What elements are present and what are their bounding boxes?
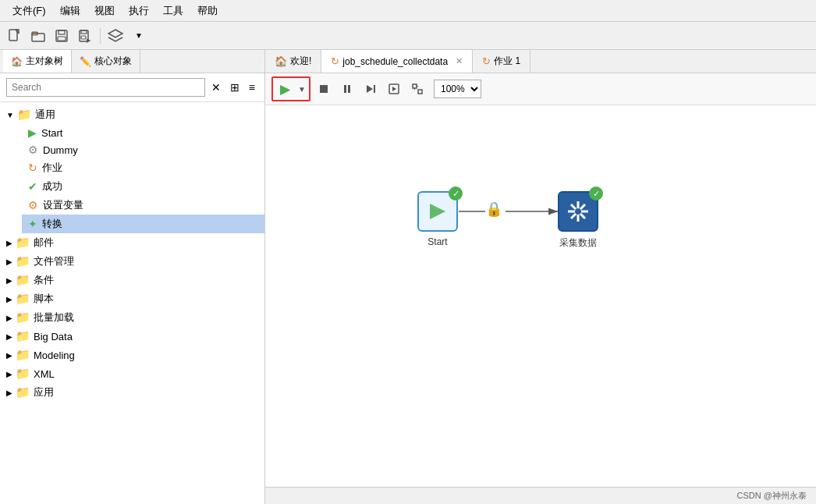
search-grid-button[interactable]: ⊞	[227, 80, 243, 95]
tree-item-start[interactable]: ▶ Start	[22, 124, 264, 141]
svg-marker-19	[392, 87, 396, 91]
wf-node-start-box[interactable]: ✓	[417, 191, 458, 232]
tab-job-schedule-label: job_schedule_collectdata	[342, 56, 448, 67]
svg-rect-10	[81, 36, 86, 39]
tab-job1-label: 作业 1	[494, 55, 520, 68]
tab-core-object-label: 核心对象	[94, 55, 132, 68]
dropdown-button[interactable]: ▼	[129, 26, 149, 46]
right-toolbar: ▶ ▼ 100% 75% 50%	[265, 73, 816, 105]
tree-item-dummy[interactable]: ⚙ Dummy	[22, 141, 264, 158]
job1-icon: ↻	[482, 55, 491, 67]
collect-check-icon: ✓	[589, 186, 603, 201]
open-button[interactable]	[28, 26, 48, 46]
right-tab-bar: 🏠 欢迎! ↻ job_schedule_collectdata ✕ ↻ 作业 …	[265, 50, 816, 73]
tab-job-schedule[interactable]: ↻ job_schedule_collectdata ✕	[321, 50, 473, 73]
folder-modeling-icon: 📁	[16, 348, 30, 362]
menu-edit[interactable]: 编辑	[54, 2, 87, 20]
setvar-icon: ⚙	[28, 199, 38, 211]
dummy-icon: ⚙	[28, 144, 38, 156]
menu-help[interactable]: 帮助	[191, 2, 224, 20]
tree-group-modeling-header[interactable]: ▶ 📁 Modeling	[0, 346, 264, 364]
svg-marker-27	[430, 204, 445, 219]
tree-item-transform[interactable]: ✦ 转换	[22, 215, 264, 233]
search-input[interactable]	[6, 78, 205, 97]
tab-main-tree-label: 主对象树	[26, 55, 63, 68]
chevron-right-icon-xml: ▶	[6, 370, 12, 378]
folder-mail-icon: 📁	[16, 236, 30, 250]
tree-group-mail-header[interactable]: ▶ 📁 邮件	[0, 233, 264, 252]
start-icon: ▶	[28, 126, 37, 139]
step-button[interactable]	[360, 79, 381, 99]
pause-button[interactable]	[337, 79, 357, 99]
tree-group-xml-header[interactable]: ▶ 📁 XML	[0, 364, 264, 383]
chevron-right-icon-bulkload: ▶	[6, 314, 12, 322]
svg-rect-7	[58, 37, 66, 41]
chevron-right-icon-modeling: ▶	[6, 351, 12, 360]
menu-tools[interactable]: 工具	[157, 2, 190, 20]
search-clear-button[interactable]: ✕	[208, 80, 224, 95]
new-file-button[interactable]	[5, 26, 25, 46]
tree-group-bigdata-header[interactable]: ▶ 📁 Big Data	[0, 327, 264, 346]
tree-group-filemanage-header[interactable]: ▶ 📁 文件管理	[0, 252, 264, 271]
workflow-svg	[265, 105, 816, 487]
run-dropdown-button[interactable]: ▼	[296, 79, 308, 99]
main-toolbar: ▶ ▼	[0, 22, 816, 50]
svg-marker-12	[108, 30, 122, 37]
tree-item-success-label: 成功	[42, 179, 62, 193]
tree-group-app-header[interactable]: ▶ 📁 应用	[0, 383, 264, 402]
wf-node-collect-box[interactable]: ✓	[558, 191, 598, 232]
tree-group-xml-label: XML	[34, 368, 55, 380]
search-list-button[interactable]: ≡	[246, 80, 258, 95]
folder-xml-icon: 📁	[16, 367, 30, 381]
menu-file[interactable]: 文件(F)	[6, 2, 52, 20]
tab-main-tree[interactable]: 🏠 主对象树	[3, 50, 72, 73]
folder-bulkload-icon: 📁	[16, 311, 30, 325]
fit-button[interactable]	[407, 79, 428, 99]
tree-group-general-header[interactable]: ▼ 📁 通用	[0, 105, 264, 124]
tree-group-script: ▶ 📁 脚本	[0, 289, 264, 308]
tree-group-filemanage-label: 文件管理	[34, 254, 74, 268]
canvas-area[interactable]: 🔒 ✓ Start ✓	[265, 105, 816, 487]
tree-group-bulkload-header[interactable]: ▶ 📁 批量加载	[0, 308, 264, 327]
tree-group-script-label: 脚本	[34, 292, 54, 306]
stop-button[interactable]	[314, 79, 334, 99]
layers-button[interactable]	[105, 26, 126, 46]
tree-group-mail-label: 邮件	[34, 236, 54, 250]
tree-item-success[interactable]: ✔ 成功	[22, 177, 264, 196]
tab-job-schedule-close[interactable]: ✕	[456, 56, 463, 66]
tree: ▼ 📁 通用 ▶ Start ⚙ Dummy	[0, 102, 264, 504]
job-schedule-icon: ↻	[331, 55, 339, 67]
menu-view[interactable]: 视图	[88, 2, 121, 20]
tab-job1[interactable]: ↻ 作业 1	[473, 50, 530, 73]
chevron-right-icon-condition: ▶	[6, 276, 12, 285]
chevron-right-icon-app: ▶	[6, 389, 12, 397]
wf-node-start[interactable]: ✓ Start	[417, 191, 458, 247]
save-button[interactable]	[51, 26, 72, 46]
svg-rect-20	[413, 84, 417, 88]
status-bar: CSDN @神州永泰	[265, 487, 816, 504]
tree-group-bigdata: ▶ 📁 Big Data	[0, 327, 264, 346]
tree-group-condition-header[interactable]: ▶ 📁 条件	[0, 271, 264, 289]
chevron-down-icon: ▼	[6, 111, 14, 119]
tree-group-modeling-label: Modeling	[34, 350, 75, 361]
folder-bigdata-icon: 📁	[16, 329, 30, 343]
run-button[interactable]: ▶	[274, 79, 296, 99]
tab-core-object[interactable]: ✏️ 核心对象	[72, 50, 140, 73]
svg-rect-15	[348, 85, 350, 93]
tab-welcome[interactable]: 🏠 欢迎!	[265, 50, 321, 73]
job-icon: ↻	[28, 161, 37, 174]
tree-item-job[interactable]: ↻ 作业	[22, 158, 264, 177]
tree-item-setvar[interactable]: ⚙ 设置变量	[22, 196, 264, 215]
tree-group-condition: ▶ 📁 条件	[0, 271, 264, 289]
tree-item-transform-label: 转换	[42, 217, 62, 231]
tree-group-script-header[interactable]: ▶ 📁 脚本	[0, 289, 264, 308]
chevron-right-icon-filemanage: ▶	[6, 257, 12, 266]
zoom-select[interactable]: 100% 75% 50% 150% 200%	[434, 80, 481, 98]
main-layout: 🏠 主对象树 ✏️ 核心对象 ✕ ⊞ ≡ ▼ 📁 通用	[0, 50, 816, 504]
preview-button[interactable]	[384, 79, 404, 99]
wf-node-collect[interactable]: ✓ 采集数据	[558, 191, 598, 250]
save-as-button[interactable]: ▶	[75, 26, 95, 46]
start-check-icon: ✓	[449, 186, 463, 201]
folder-app-icon: 📁	[16, 385, 30, 399]
menu-execute[interactable]: 执行	[122, 2, 155, 20]
